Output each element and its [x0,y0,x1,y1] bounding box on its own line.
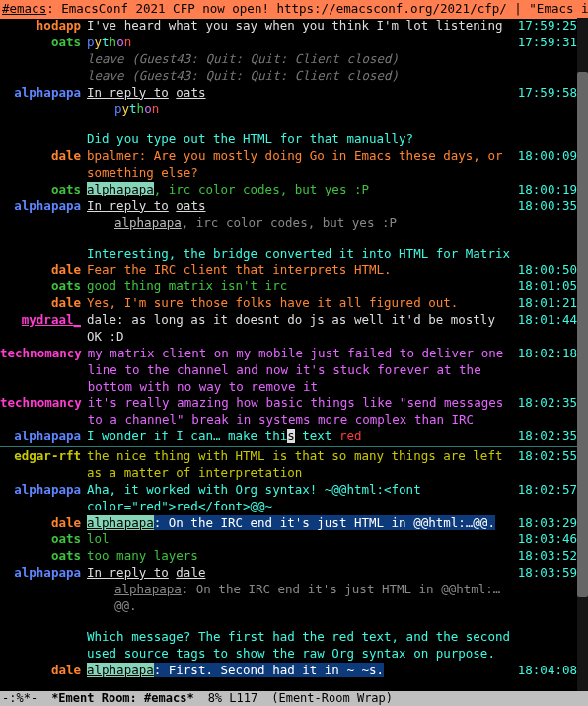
header-topic-bar: #emacs: EmacsConf 2021 CFP now open! htt… [0,0,588,19]
message-nick[interactable]: alphapapa [14,85,81,100]
message-body: Aha, it worked with Org syntax! ~@@html:… [87,482,516,515]
message-body: the nice thing with HTML is that so many… [87,448,516,482]
message-body: bpalmer: Are you mostly doing Go in Emac… [87,148,516,182]
scrollbar-thumb[interactable] [577,72,588,597]
message-row[interactable]: leave (Guest43: Quit: Quit: Client close… [0,51,577,68]
message-nick[interactable]: edgar-rft [14,448,81,463]
message-timestamp: 18:03:29 [516,515,577,532]
message-row[interactable]: leave (Guest43: Quit: Quit: Client close… [0,68,577,85]
message-row[interactable]: edgar-rftthe nice thing with HTML is tha… [0,448,577,482]
message-nick[interactable]: alphapapa [14,198,81,213]
message-timestamp: 18:00:19 [516,182,577,198]
message-row[interactable]: daleFear the IRC client that interprets … [0,262,577,278]
message-row[interactable]: mydraal_dale: as long as it doesnt do js… [0,312,577,346]
channel-name[interactable]: #emacs [2,1,46,16]
message-body: too many layers [87,548,516,565]
message-timestamp: 18:02:35 [516,395,577,412]
message-body: alphapapa: On the IRC end it's just HTML… [87,582,516,615]
message-body: In reply to dale [87,565,516,582]
message-body: alphapapa, irc color codes, but yes :P [87,182,516,198]
message-timestamp: 18:04:08 [516,663,577,679]
message-body: dale: as long as it doesnt do js as well… [87,312,516,346]
message-nick[interactable]: technomancy [0,395,82,410]
message-timestamp: 18:01:21 [516,295,577,312]
message-row[interactable]: oatsalphapapa, irc color codes, but yes … [0,182,577,198]
message-body: python [87,35,516,51]
message-body: good thing matrix isn't irc [87,278,516,295]
message-row[interactable]: alphapapaIn reply to oats17:59:58 [0,85,577,102]
message-nick[interactable]: dale [51,262,81,276]
message-nick[interactable]: oats [51,278,81,293]
message-timestamp: 17:59:58 [516,85,577,102]
message-nick[interactable]: alphapapa [14,429,81,443]
message-row[interactable]: alphapapaIn reply to dale18:03:59 [0,565,577,582]
message-timestamp: 18:03:52 [516,548,577,565]
message-nick[interactable]: alphapapa [14,565,81,580]
message-row[interactable]: alphapapa, irc color codes, but yes :P [0,215,577,232]
message-row[interactable]: dalealphapapa: First. Second had it in ~… [0,663,577,679]
message-nick[interactable]: technomancy [0,346,82,360]
scrollbar-track[interactable] [577,18,588,691]
message-nick[interactable]: oats [51,548,81,563]
message-nick[interactable]: alphapapa [14,482,81,497]
message-row[interactable]: hodappI've heard what you say when you t… [0,18,577,35]
message-row[interactable]: alphapapaAha, it worked with Org syntax!… [0,482,577,515]
message-timestamp: 18:01:44 [516,312,577,329]
message-body: alphapapa: First. Second had it in ~ ~s. [87,663,516,679]
header-sep: : [46,1,61,16]
message-row[interactable]: oatstoo many layers18:03:52 [0,548,577,565]
message-body: Did you type out the HTML for that manua… [87,131,516,148]
message-timestamp: 18:00:50 [516,262,577,278]
message-row[interactable]: oatspython17:59:31 [0,35,577,51]
message-row[interactable]: Interesting, the bridge converted it int… [0,246,577,263]
message-row[interactable]: oatslol18:03:46 [0,531,577,548]
chat-log[interactable]: hodappI've heard what you say when you t… [0,18,577,691]
message-timestamp: 18:02:18 [516,346,577,362]
message-nick[interactable]: oats [51,35,81,49]
message-row[interactable]: Which message? The first had the red tex… [0,629,577,663]
message-body: Yes, I'm sure those folks have it all fi… [87,295,516,312]
message-row[interactable]: oatsgood thing matrix isn't irc18:01:05 [0,278,577,295]
message-row[interactable]: python [0,101,577,118]
message-timestamp: 18:03:59 [516,565,577,582]
emacs-modeline: -:%*- *Ement Room: #emacs* 8% L117 (Emen… [0,691,588,706]
message-timestamp: 18:00:35 [516,198,577,215]
modeline-mode: (Ement-Room Wrap) [271,690,393,706]
message-body: leave (Guest43: Quit: Quit: Client close… [87,68,516,85]
message-nick[interactable]: mydraal_ [22,312,81,327]
read-marker [0,446,577,447]
message-row[interactable]: dalebpalmer: Are you mostly doing Go in … [0,148,577,182]
message-row[interactable]: alphapapaIn reply to oats18:00:35 [0,198,577,215]
modeline-buffer-name: *Ement Room: #emacs* [51,690,194,706]
message-row[interactable]: alphapapaI wonder if I can… make this te… [0,429,577,445]
message-body: Which message? The first had the red tex… [87,629,516,663]
message-row[interactable]: daleYes, I'm sure those folks have it al… [0,295,577,312]
message-body: In reply to oats [87,85,516,102]
message-nick[interactable]: dale [51,663,81,677]
message-body: In reply to oats [87,198,516,215]
message-body: alphapapa: On the IRC end it's just HTML… [87,515,516,532]
message-row[interactable]: technomancymy matrix client on my mobile… [0,346,577,396]
message-row[interactable]: alphapapa: On the IRC end it's just HTML… [0,582,577,615]
message-nick[interactable]: dale [51,295,81,310]
message-row[interactable]: technomancyit's really amazing how basic… [0,395,577,429]
message-timestamp: 18:02:55 [516,448,577,465]
message-body: Interesting, the bridge converted it int… [87,246,516,263]
message-timestamp: 18:01:05 [516,278,577,295]
message-body: it's really amazing how basic things lik… [88,395,516,429]
message-timestamp: 18:03:46 [516,531,577,548]
message-nick[interactable]: oats [51,531,81,546]
message-nick[interactable]: dale [51,148,81,163]
message-row[interactable]: Did you type out the HTML for that manua… [0,131,577,148]
message-nick[interactable]: oats [51,182,81,196]
message-timestamp: 17:59:25 [516,18,577,35]
message-timestamp: 17:59:31 [516,35,577,51]
message-body: alphapapa, irc color codes, but yes :P [87,215,516,232]
message-nick[interactable]: hodapp [37,18,81,33]
message-body: I wonder if I can… make this text red [87,429,516,445]
message-body: I've heard what you say when you think I… [87,18,516,35]
message-body: my matrix client on my mobile just faile… [88,346,516,396]
message-row[interactable]: dalealphapapa: On the IRC end it's just … [0,515,577,532]
message-nick[interactable]: dale [51,515,81,530]
modeline-line: L117 [229,690,257,706]
